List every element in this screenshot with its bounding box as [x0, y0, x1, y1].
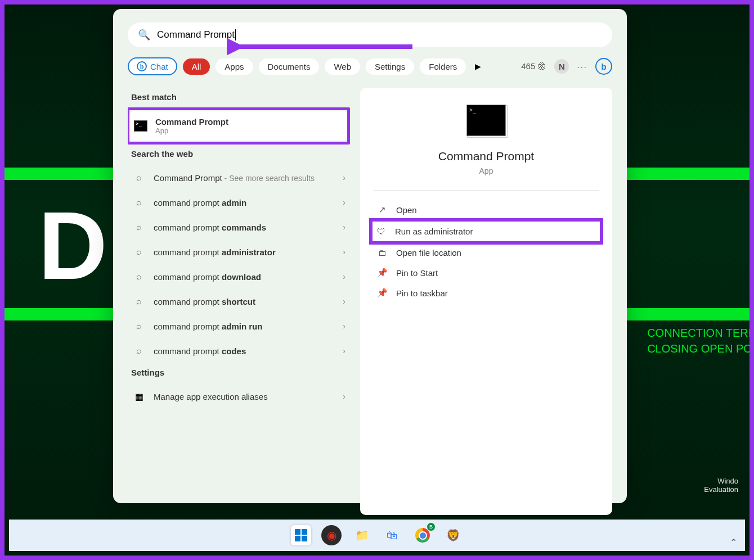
start-search-panel: 🔍 Command Prompt bChat All Apps Document… — [113, 9, 627, 503]
bg-terminal-text: CONNECTION TERMICLOSING OPEN POR — [647, 325, 749, 356]
filter-apps[interactable]: Apps — [216, 58, 253, 75]
shield-icon: 🛡 — [376, 227, 386, 236]
taskbar-file-explorer[interactable]: 📁 — [352, 525, 372, 545]
settings-result[interactable]: ▦Manage app execution aliases› — [128, 384, 350, 409]
preview-pane: Command Prompt App ↗Open 🛡Run as adminis… — [360, 88, 612, 515]
web-result[interactable]: ⌕command prompt administrator› — [128, 240, 350, 264]
filter-folders[interactable]: Folders — [420, 58, 466, 75]
chevron-right-icon: › — [343, 223, 345, 232]
filter-documents[interactable]: Documents — [259, 58, 320, 75]
search-icon: ⌕ — [132, 196, 146, 209]
web-result[interactable]: ⌕command prompt shortcut› — [128, 289, 350, 314]
filter-row: bChat All Apps Documents Web Settings Fo… — [128, 57, 612, 75]
chevron-right-icon: › — [343, 346, 345, 355]
web-result[interactable]: ⌕command prompt codes› — [128, 338, 350, 363]
app-preview-icon — [466, 105, 506, 136]
search-icon: ⌕ — [132, 295, 146, 308]
cmd-icon — [134, 120, 147, 132]
search-bar[interactable]: 🔍 Command Prompt — [128, 22, 612, 47]
bing-icon: b — [137, 61, 147, 71]
filter-all[interactable]: All — [183, 58, 210, 75]
search-icon: ⌕ — [132, 319, 146, 333]
best-match-result[interactable]: Command PromptApp — [129, 111, 347, 141]
chevron-right-icon: › — [343, 272, 345, 281]
search-icon: ⌕ — [132, 220, 146, 234]
search-web-label: Search the web — [131, 149, 350, 159]
medal-icon: 🏵 — [537, 61, 546, 71]
user-avatar[interactable]: N — [554, 59, 569, 74]
pin-icon: 📌 — [377, 288, 387, 298]
folder-icon: 🗀 — [377, 248, 387, 258]
rewards-points[interactable]: 465 🏵 — [521, 61, 546, 71]
preview-type: App — [374, 166, 599, 175]
taskbar-brave[interactable]: 🦁 — [443, 525, 463, 545]
chrome-icon — [415, 528, 430, 543]
settings-icon: ▦ — [132, 390, 146, 403]
chevron-right-icon: › — [343, 247, 345, 256]
chevron-right-icon: › — [343, 392, 345, 401]
chevron-right-icon: › — [343, 297, 345, 306]
settings-label: Settings — [131, 368, 350, 377]
web-result[interactable]: ⌕command prompt commands› — [128, 215, 350, 240]
open-action[interactable]: ↗Open — [374, 200, 599, 220]
preview-title: Command Prompt — [374, 150, 599, 163]
pin-to-taskbar-action[interactable]: 📌Pin to taskbar — [374, 283, 599, 303]
search-input[interactable]: Command Prompt — [157, 29, 602, 41]
annotation-highlight: Command PromptApp — [128, 107, 350, 144]
taskbar-app-obs[interactable]: ◉ — [321, 525, 342, 545]
windows-watermark: WindoEvaluation — [704, 477, 738, 494]
taskbar-microsoft-store[interactable]: 🛍 — [382, 525, 402, 545]
search-icon: ⌕ — [132, 270, 146, 283]
filter-settings[interactable]: Settings — [366, 58, 414, 75]
show-desktop-corner[interactable]: ⌃ — [730, 537, 737, 548]
chevron-right-icon: › — [343, 198, 345, 207]
chevron-right-icon: › — [343, 173, 345, 182]
notification-badge: B — [427, 523, 435, 531]
chat-filter[interactable]: bChat — [128, 57, 177, 75]
more-filters-icon[interactable]: ▶ — [475, 62, 481, 71]
windows-logo-icon — [295, 529, 307, 541]
annotation-highlight: 🛡Run as administrator — [369, 218, 603, 245]
search-icon: ⌕ — [132, 245, 146, 259]
search-icon: 🔍 — [138, 29, 150, 41]
search-icon: ⌕ — [132, 344, 146, 358]
search-icon: ⌕ — [132, 171, 146, 184]
web-result[interactable]: ⌕command prompt admin run› — [128, 314, 350, 338]
run-as-admin-action[interactable]: 🛡Run as administrator — [372, 222, 600, 241]
best-match-label: Best match — [131, 92, 350, 102]
pin-to-start-action[interactable]: 📌Pin to Start — [374, 263, 599, 283]
pin-icon: 📌 — [377, 268, 387, 278]
web-result[interactable]: ⌕command prompt download› — [128, 264, 350, 289]
desktop-background: D D CONNECTION TERMICLOSING OPEN POR Win… — [5, 4, 749, 556]
chevron-right-icon: › — [343, 322, 345, 331]
start-button[interactable] — [291, 525, 311, 545]
web-result[interactable]: ⌕Command Prompt - See more search result… — [128, 165, 350, 190]
results-column: Best match Command PromptApp Search the … — [128, 88, 350, 515]
filter-web[interactable]: Web — [325, 58, 360, 75]
divider — [374, 190, 599, 191]
more-icon[interactable]: ··· — [577, 62, 587, 71]
taskbar[interactable]: ◉ 📁 🛍 B 🦁 ⌃ — [9, 520, 745, 551]
web-result[interactable]: ⌕command prompt admin› — [128, 190, 350, 215]
open-icon: ↗ — [377, 205, 387, 215]
taskbar-chrome[interactable]: B — [412, 525, 433, 545]
open-file-location-action[interactable]: 🗀Open file location — [374, 243, 599, 263]
bing-button[interactable]: b — [595, 58, 612, 75]
